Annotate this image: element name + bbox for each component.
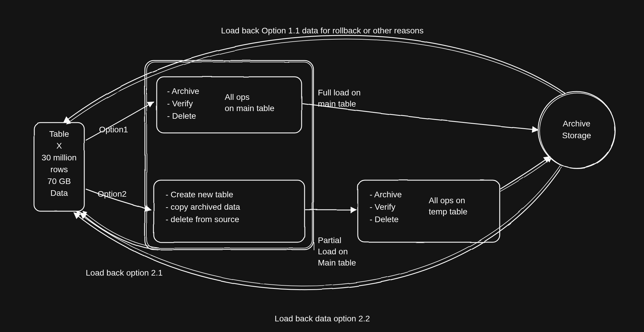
option2-bullet-2: - copy archived data [166,201,240,213]
temp-side-2: temp table [429,206,467,217]
temp-bullet-3: - Delete [370,214,402,225]
option2-bullet-3: - delete from source [166,214,240,225]
diagram-canvas: Load back Option 1.1 data for rollback o… [0,0,644,332]
option1-side-2: on main table [225,103,274,114]
temp-bullet-2: - Verify [370,201,402,213]
temp-side-1: All ops on [429,195,467,206]
option1-side-1: All ops [225,92,274,103]
label-option1: Option1 [99,124,128,135]
temp-bullet-1: - Archive [370,189,402,200]
diagram-svg [0,0,644,332]
label-option2: Option2 [98,188,127,200]
full-load-line-2: main table [318,98,361,110]
option1-bullet-1: - Archive [167,86,199,97]
partial-load-line-1: Partial [318,235,356,246]
option2-bullet-1: - Create new table [166,189,240,200]
full-load-line-1: Full load on [318,87,361,98]
option1-bullet-2: - Verify [167,98,199,109]
source-line-3: 30 million [42,152,77,163]
partial-load-line-2: Load on [318,246,356,257]
label-loadback-1-1: Load back Option 1.1 data for rollback o… [221,25,424,36]
label-loadback-2-1: Load back option 2.1 [86,267,163,279]
source-line-6: Data [50,188,68,199]
source-line-5: 70 GB [47,176,71,187]
source-line-1: Table [49,128,69,140]
partial-load-line-3: Main table [318,257,356,268]
label-loadback-2-2: Load back data option 2.2 [275,313,370,324]
option1-bullet-3: - Delete [167,110,199,122]
source-line-4: rows [50,164,68,175]
archive-storage-line-2: Storage [562,130,591,141]
archive-storage-line-1: Archive [563,118,590,129]
source-line-2: X [56,140,62,152]
